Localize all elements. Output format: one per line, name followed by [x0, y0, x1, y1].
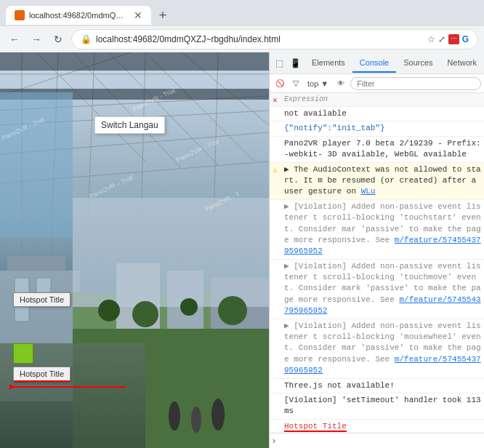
tab-elements[interactable]: Elements: [304, 54, 352, 73]
svg-rect-30: [73, 198, 269, 307]
devtools-tabs: ⬚ 📱 Elements Console Sources Network ✕: [270, 52, 484, 74]
extension-icon[interactable]: ···: [448, 34, 459, 44]
hotspot-2-label: Hotspot Title: [13, 367, 70, 382]
console-text-5: ▶ [Violation] Added non-passive event li…: [284, 201, 481, 257]
hotspot-title-output: Hotspot Title: [284, 422, 347, 432]
console-text-2: {"notify":"init_tab"}: [284, 123, 481, 134]
active-tab[interactable]: localhost:49682/0mdmQXZJ~rb:... ✕: [6, 6, 151, 25]
hotspot-1-label: Hotspot Title: [13, 292, 70, 307]
switch-tooltip-text: Switch Langau: [101, 120, 158, 130]
tab-favicon: [15, 10, 25, 20]
tab-close-button[interactable]: ✕: [134, 10, 142, 20]
profile-icon[interactable]: G: [462, 34, 469, 44]
expression-label: Expression: [284, 95, 481, 105]
console-text-3: Pano2VR player 7.0 beta 2/19239 - Prefix…: [284, 138, 481, 161]
tab-console[interactable]: Console: [352, 54, 396, 73]
console-row-8: Three.js not available!: [270, 379, 484, 393]
pano-viewer[interactable]: Pano2VR - Trial Pano2VR - Trial Pano2VR …: [0, 52, 269, 448]
console-text-4: ▶ The AudioContext was not allowed to st…: [284, 164, 481, 198]
console-toolbar: 🚫 ▽ top ▼ 👁: [270, 74, 484, 93]
console-row-9: [Violation] 'setTimeout' handler took 11…: [270, 393, 484, 420]
svg-marker-40: [9, 384, 15, 390]
tab-sources[interactable]: Sources: [396, 54, 440, 73]
top-context-dropdown[interactable]: top ▼: [304, 78, 331, 89]
console-row-6: ▶ [Violation] Added non-passive event li…: [270, 260, 484, 319]
share-icon[interactable]: ⤢: [438, 34, 445, 44]
console-row-5: ▶ [Violation] Added non-passive event li…: [270, 200, 484, 260]
svg-point-32: [132, 301, 158, 327]
hotspot-2-dot-row: [13, 343, 70, 364]
audio-context-link[interactable]: WLu: [361, 187, 376, 196]
console-text-9: [Violation] 'setTimeout' handler took 11…: [284, 395, 481, 417]
violation-link-3[interactable]: m/feature/5745543795965952: [284, 355, 481, 375]
bookmark-icon[interactable]: ☆: [427, 34, 435, 44]
reload-button[interactable]: ↻: [49, 31, 67, 48]
violation-link-1[interactable]: m/feature/5745543795965952: [284, 236, 481, 255]
devtools-tab-icons: ⬚ 📱: [273, 57, 302, 70]
tab-network[interactable]: Network: [440, 54, 484, 73]
svg-point-34: [218, 296, 247, 325]
filter-toggle-button[interactable]: ▽: [290, 77, 302, 89]
svg-point-33: [180, 298, 198, 316]
expression-close-icon[interactable]: ✕: [273, 95, 283, 105]
device-toolbar-icon[interactable]: 📱: [289, 57, 302, 70]
clear-console-button[interactable]: 🚫: [273, 78, 287, 89]
svg-rect-17: [0, 52, 269, 71]
red-arrow-annotation: [9, 381, 140, 396]
console-row-2: {"notify":"init_tab"}: [270, 121, 484, 136]
console-text-hotspot: Hotspot Title: [284, 421, 481, 432]
svg-point-36: [191, 407, 201, 433]
url-text: localhost:49682/0mdmQXZJ~rbgdhu/index.ht…: [96, 34, 423, 44]
expression-row: ✕ Expression: [270, 93, 484, 107]
console-row-1: not available: [270, 107, 484, 121]
console-text-8: Three.js not available!: [284, 380, 481, 391]
nav-bar: ← → ↻ 🔒 localhost:49682/0mdmQXZJ~rbgdhu/…: [0, 26, 484, 52]
warning-icon: ⚠: [273, 165, 283, 175]
console-text-6: ▶ [Violation] Added non-passive event li…: [284, 261, 481, 317]
svg-rect-19: [0, 92, 73, 238]
new-tab-button[interactable]: +: [154, 7, 172, 24]
svg-point-37: [211, 399, 225, 431]
lock-icon: 🔒: [81, 34, 92, 44]
console-filter-input[interactable]: [350, 77, 481, 90]
back-button[interactable]: ←: [6, 31, 23, 48]
address-actions: ☆ ⤢ ··· G: [427, 34, 469, 44]
tab-title: localhost:49682/0mdmQXZJ~rb:...: [29, 11, 126, 20]
console-text-1: not available: [284, 108, 481, 119]
svg-point-31: [98, 300, 120, 321]
hotspot-2-dot: [13, 343, 33, 364]
pano-background: Pano2VR - Trial Pano2VR - Trial Pano2VR …: [0, 52, 269, 448]
violation-link-2[interactable]: m/feature/5745543795965952: [284, 295, 481, 315]
main-area: Pano2VR - Trial Pano2VR - Trial Pano2VR …: [0, 52, 484, 448]
console-row-3: Pano2VR player 7.0 beta 2/19239 - Prefix…: [270, 137, 484, 163]
address-bar[interactable]: 🔒 localhost:49682/0mdmQXZJ~rbgdhu/index.…: [71, 29, 478, 49]
inspect-element-icon[interactable]: ⬚: [273, 57, 286, 70]
tab-bar: localhost:49682/0mdmQXZJ~rb:... ✕ +: [0, 0, 484, 26]
console-prompt: ›: [273, 436, 275, 446]
svg-point-35: [169, 401, 180, 431]
browser-window: localhost:49682/0mdmQXZJ~rb:... ✕ + ← → …: [0, 0, 484, 52]
devtools-panel: ⬚ 📱 Elements Console Sources Network ✕ 🚫…: [269, 52, 484, 448]
hotspot-2-container: Hotspot Title: [13, 343, 70, 382]
eye-icon[interactable]: 👁: [334, 78, 347, 89]
switch-tooltip[interactable]: Switch Langau: [94, 116, 165, 134]
console-row-7: ▶ [Violation] Added non-passive event li…: [270, 319, 484, 379]
console-row-10: Hotspot Title: [270, 420, 484, 433]
console-text-7: ▶ [Violation] Added non-passive event li…: [284, 321, 481, 377]
console-input-row: ›: [270, 433, 484, 448]
console-output: ✕ Expression not available {"notify":"in…: [270, 93, 484, 433]
console-row-4: ⚠ ▶ The AudioContext was not allowed to …: [270, 163, 484, 200]
hotspot-1[interactable]: Hotspot Title: [13, 292, 70, 307]
hotspot-2-label-container[interactable]: Hotspot Title: [13, 367, 70, 382]
forward-button[interactable]: →: [28, 31, 45, 48]
